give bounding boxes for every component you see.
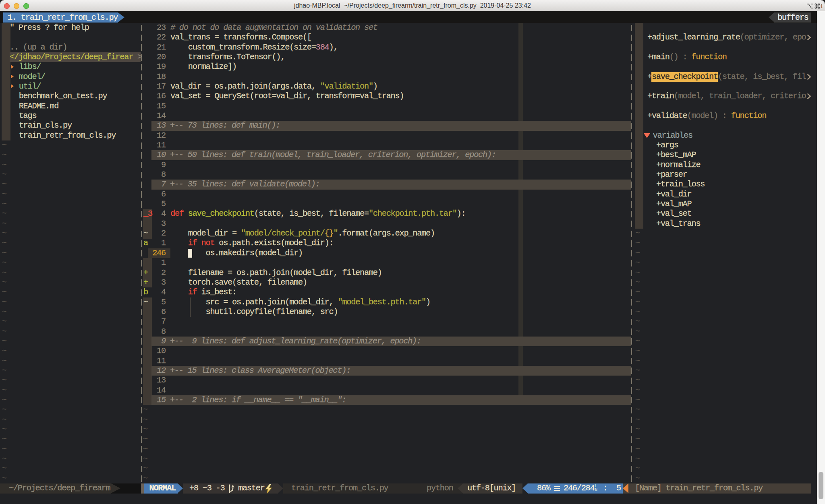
- svg-text:1: 1: [820, 3, 823, 9]
